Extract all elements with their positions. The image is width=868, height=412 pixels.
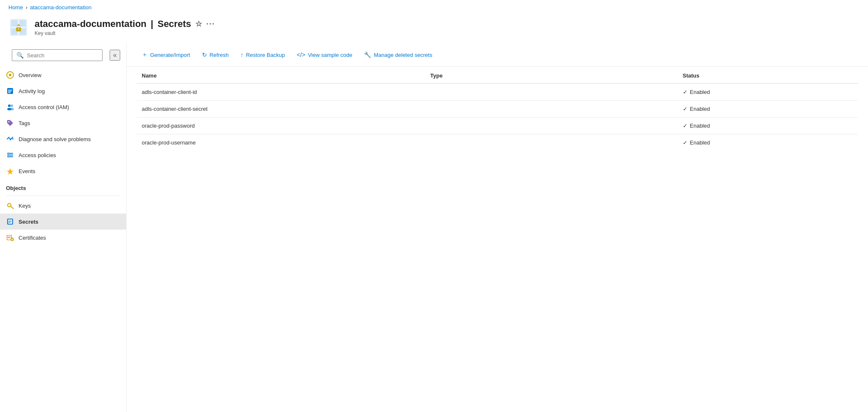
vault-name: ataccama-documentation <box>35 19 146 29</box>
diagnose-icon <box>6 135 14 143</box>
svg-point-23 <box>8 156 9 158</box>
svg-point-21 <box>8 153 9 154</box>
sidebar-item-label-activity: Activity log <box>19 88 45 94</box>
sidebar: 🔍 « Overview Activity log Access control… <box>0 43 127 412</box>
secret-status: ✓ Enabled <box>678 101 858 118</box>
search-box[interactable]: 🔍 <box>12 49 102 61</box>
sidebar-item-iam[interactable]: Access control (IAM) <box>0 99 126 115</box>
manage-deleted-button[interactable]: 🔧 Manage deleted secrets <box>359 49 437 61</box>
sidebar-item-label-iam: Access control (IAM) <box>19 104 69 110</box>
search-row: 🔍 « <box>0 43 126 67</box>
access-icon <box>6 151 14 159</box>
refresh-button[interactable]: ↻ Refresh <box>197 49 234 61</box>
secret-type <box>425 101 678 118</box>
breadcrumb-separator: › <box>26 4 27 11</box>
favorite-star-icon[interactable]: ☆ <box>195 19 202 29</box>
sidebar-item-label-diagnose: Diagnose and solve problems <box>19 136 91 142</box>
table-row[interactable]: adls-container-client-secret ✓ Enabled <box>137 101 858 118</box>
sidebar-item-label-events: Events <box>19 168 35 174</box>
status-text: Enabled <box>690 106 710 112</box>
sidebar-item-events[interactable]: Events <box>0 163 126 179</box>
page-title: ataccama-documentation | Secrets ☆ ··· <box>35 19 860 29</box>
header-text: ataccama-documentation | Secrets ☆ ··· K… <box>35 19 860 36</box>
objects-divider <box>6 195 120 196</box>
secret-type <box>425 118 678 134</box>
restore-icon: ↑ <box>240 51 243 58</box>
sidebar-item-keys[interactable]: Keys <box>0 198 126 214</box>
breadcrumb-home[interactable]: Home <box>8 4 23 11</box>
svg-rect-28 <box>8 219 12 224</box>
refresh-icon: ↻ <box>202 51 207 58</box>
sidebar-item-label-access-policies: Access policies <box>19 152 56 158</box>
secret-name: adls-container-client-id <box>137 83 425 101</box>
svg-rect-2 <box>19 20 26 27</box>
svg-line-26 <box>11 206 13 209</box>
view-sample-code-button[interactable]: </> View sample code <box>292 49 358 61</box>
secret-type <box>425 134 678 151</box>
breadcrumb-vault[interactable]: ataccama-documentation <box>30 4 92 11</box>
table-row[interactable]: adls-container-client-id ✓ Enabled <box>137 83 858 101</box>
secrets-table-container: Name Type Status adls-container-client-i… <box>127 67 868 151</box>
svg-point-22 <box>8 155 9 156</box>
refresh-label: Refresh <box>210 52 229 58</box>
keys-icon <box>6 201 14 210</box>
status-text: Enabled <box>690 139 710 146</box>
check-icon: ✓ <box>683 139 687 146</box>
svg-rect-12 <box>8 92 11 93</box>
secret-name: oracle-prod-username <box>137 134 425 151</box>
code-icon: </> <box>297 51 305 58</box>
svg-point-14 <box>11 104 13 107</box>
breadcrumb: Home › ataccama-documentation <box>0 0 868 15</box>
sidebar-item-tags[interactable]: Tags <box>0 115 126 131</box>
secret-type <box>425 83 678 101</box>
sidebar-item-access-policies[interactable]: Access policies <box>0 147 126 163</box>
table-row[interactable]: oracle-prod-password ✓ Enabled <box>137 118 858 134</box>
more-options-icon[interactable]: ··· <box>206 20 215 29</box>
status-text: Enabled <box>690 89 710 95</box>
generate-import-button[interactable]: ＋ Generate/Import <box>137 48 195 61</box>
restore-backup-button[interactable]: ↑ Restore Backup <box>235 49 290 61</box>
secrets-icon <box>6 217 14 226</box>
search-input[interactable] <box>27 52 98 59</box>
activity-icon <box>6 87 14 95</box>
generate-import-label: Generate/Import <box>150 52 190 58</box>
table-row[interactable]: oracle-prod-username ✓ Enabled <box>137 134 858 151</box>
svg-rect-10 <box>8 90 12 91</box>
secret-status: ✓ Enabled <box>678 118 858 134</box>
sidebar-item-label-keys: Keys <box>19 203 31 209</box>
content-area: ＋ Generate/Import ↻ Refresh ↑ Restore Ba… <box>127 43 868 412</box>
restore-label: Restore Backup <box>246 52 285 58</box>
sidebar-item-diagnose[interactable]: Diagnose and solve problems <box>0 131 126 147</box>
sidebar-item-certificates[interactable]: Certificates <box>0 230 126 246</box>
svg-rect-1 <box>11 20 18 27</box>
events-icon <box>6 167 14 175</box>
col-header-type: Type <box>425 67 678 83</box>
sidebar-item-label-certificates: Certificates <box>19 235 46 241</box>
sidebar-item-overview[interactable]: Overview <box>0 67 126 83</box>
sidebar-item-activity-log[interactable]: Activity log <box>0 83 126 99</box>
svg-rect-33 <box>8 237 11 237</box>
page-subtitle: Key vault <box>35 30 860 36</box>
tags-icon <box>6 119 14 127</box>
col-header-status: Status <box>678 67 858 83</box>
overview-icon <box>6 71 14 79</box>
page-header: ataccama-documentation | Secrets ☆ ··· K… <box>0 15 868 43</box>
check-icon: ✓ <box>683 89 687 95</box>
svg-point-16 <box>10 108 14 110</box>
secret-name: adls-container-client-secret <box>137 101 425 118</box>
sidebar-item-label-secrets: Secrets <box>19 219 38 225</box>
svg-point-13 <box>8 104 11 107</box>
svg-marker-24 <box>7 168 13 175</box>
collapse-button[interactable]: « <box>110 50 120 61</box>
status-text: Enabled <box>690 123 710 129</box>
title-separator: | <box>151 19 153 29</box>
svg-rect-11 <box>8 91 11 92</box>
manage-deleted-label: Manage deleted secrets <box>374 52 432 58</box>
wrench-icon: 🔧 <box>364 51 371 58</box>
secret-status: ✓ Enabled <box>678 83 858 101</box>
sidebar-item-secrets[interactable]: Secrets <box>0 214 126 230</box>
view-code-label: View sample code <box>308 52 352 58</box>
svg-rect-30 <box>8 222 11 223</box>
plus-icon: ＋ <box>142 51 148 59</box>
svg-point-6 <box>18 28 19 29</box>
